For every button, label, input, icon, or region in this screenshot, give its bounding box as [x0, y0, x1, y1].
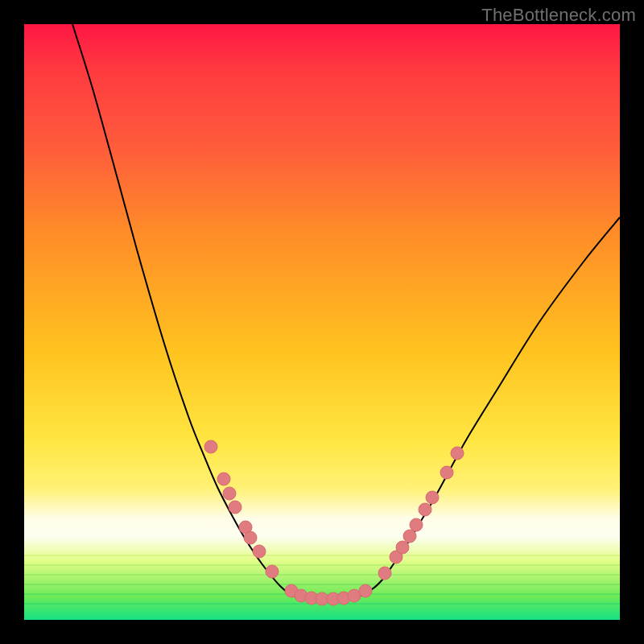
sample-dot	[426, 491, 439, 504]
sample-dot	[223, 487, 236, 500]
sample-dot	[266, 565, 279, 578]
watermark-text: TheBottleneck.com	[481, 5, 636, 26]
sample-dot	[217, 473, 230, 485]
marker-group	[204, 440, 464, 605]
sample-dot	[403, 530, 416, 543]
sample-dot	[410, 518, 423, 531]
sample-dot	[253, 545, 266, 558]
sample-dot	[378, 567, 391, 580]
sample-dot	[451, 447, 464, 460]
chart-frame	[24, 24, 620, 620]
sample-dot	[359, 584, 372, 597]
sample-dot	[419, 503, 431, 516]
chart-svg	[24, 24, 620, 620]
sample-dot	[396, 541, 409, 554]
sample-dot	[204, 440, 217, 453]
bottleneck-curve	[72, 24, 620, 600]
sample-dot	[440, 466, 453, 479]
sample-dot	[229, 501, 242, 514]
sample-dot	[244, 531, 257, 544]
